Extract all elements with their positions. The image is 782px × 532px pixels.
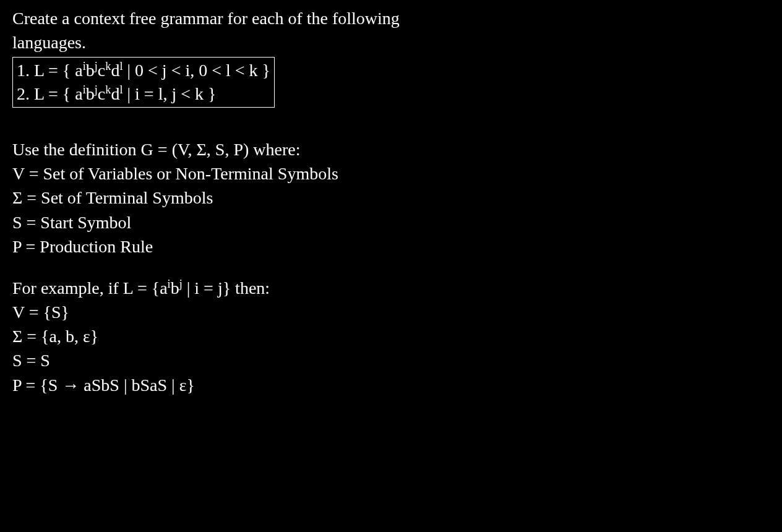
example-s: S = S — [12, 348, 770, 372]
example-b: b — [171, 278, 179, 298]
example-p: P = {S → aSbS | bSaS | ε} — [12, 373, 770, 397]
definition-s: S = Start Symbol — [12, 210, 770, 234]
p2-d: d — [111, 84, 119, 103]
example-v: V = {S} — [12, 300, 770, 324]
definition-v: V = Set of Variables or Non-Terminal Sym… — [12, 161, 770, 186]
example-header-prefix: For example, if L = {a — [12, 278, 168, 298]
intro-line-1: Create a context free grammar for each o… — [12, 6, 770, 30]
definition-sigma: Σ = Set of Terminal Symbols — [12, 186, 770, 210]
p2-prefix: 2. L = { a — [17, 84, 83, 103]
p2-b: b — [86, 84, 95, 103]
intro-line-2: languages. — [12, 30, 770, 54]
problem-box: 1. L = { aibjckdl | 0 < j < i, 0 < l < k… — [12, 57, 275, 108]
problem-1: 1. L = { aibjckdl | 0 < j < i, 0 < l < k… — [17, 59, 270, 82]
p1-condition: | 0 < j < i, 0 < l < k } — [122, 61, 270, 80]
p1-prefix: 1. L = { a — [17, 61, 83, 80]
definition-section: Use the definition G = (V, Σ, S, P) wher… — [12, 137, 770, 259]
p1-b: b — [86, 61, 95, 80]
intro-text: Create a context free grammar for each o… — [12, 6, 770, 54]
example-sigma: Σ = {a, b, ε} — [12, 324, 770, 348]
p1-c: c — [98, 61, 105, 80]
p2-c: c — [98, 84, 105, 103]
definition-p: P = Production Rule — [12, 234, 770, 259]
p2-condition: | i = l, j < k } — [122, 84, 216, 103]
example-header-suffix: | i = j} then: — [183, 278, 270, 298]
example-header: For example, if L = {aibj | i = j} then: — [12, 276, 770, 300]
example-section: For example, if L = {aibj | i = j} then:… — [12, 276, 770, 397]
problem-2: 2. L = { aibjckdl | i = l, j < k } — [17, 82, 270, 106]
definition-header: Use the definition G = (V, Σ, S, P) wher… — [12, 137, 770, 161]
p1-d: d — [111, 61, 119, 80]
